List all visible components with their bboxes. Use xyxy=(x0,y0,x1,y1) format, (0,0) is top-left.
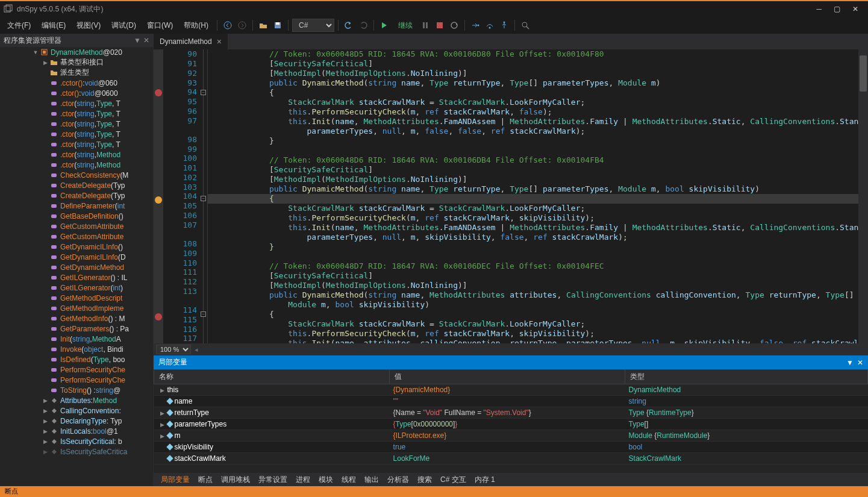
restart-icon[interactable] xyxy=(448,19,461,32)
bottom-tab[interactable]: 进程 xyxy=(292,474,314,486)
tree-item[interactable]: GetMethodInfo() : M xyxy=(0,313,153,324)
tree-item[interactable]: GetDynamicMethod xyxy=(0,262,153,272)
col-type[interactable]: 类型 xyxy=(625,370,868,384)
search-icon[interactable] xyxy=(519,19,532,32)
tree-item[interactable]: GetILGenerator(int) xyxy=(0,283,153,293)
tree-item[interactable]: .ctor(string, Method xyxy=(0,149,153,160)
tree-item[interactable]: GetDynamicILInfo() xyxy=(0,242,153,252)
tab-close-icon[interactable]: × xyxy=(217,37,222,46)
stop-icon[interactable] xyxy=(433,19,446,32)
panel-menu-icon[interactable]: ▼ xyxy=(134,36,141,45)
tree-item[interactable]: GetCustomAttribute xyxy=(0,221,153,231)
step-into-icon[interactable] xyxy=(469,19,482,32)
locals-row[interactable]: ▶this{DynamicMethod}DynamicMethod xyxy=(154,384,868,396)
tree-item[interactable]: GetMethodDescript xyxy=(0,293,153,303)
tree-item[interactable]: ▶Attributes : Method xyxy=(0,395,153,405)
tree-item[interactable]: GetBaseDefinition() xyxy=(0,211,153,221)
locals-table[interactable]: 名称 值 类型 ▶this{DynamicMethod}DynamicMetho… xyxy=(154,369,868,473)
bottom-tab[interactable]: 异常设置 xyxy=(255,474,291,486)
tree-item[interactable]: .ctor(string, Type, T xyxy=(0,108,153,119)
bottom-tab[interactable]: 内存 1 xyxy=(471,474,499,486)
tree-item[interactable]: GetMethodImpleme xyxy=(0,303,153,313)
menu-edit[interactable]: 编辑(E) xyxy=(37,18,70,33)
tree-item[interactable]: CheckConsistency(M xyxy=(0,170,153,180)
tree-item[interactable]: ▼DynamicMethod @020 xyxy=(0,47,153,57)
tree-item[interactable]: Init(string, MethodA xyxy=(0,334,153,344)
tree-item[interactable]: ▶CallingConvention : xyxy=(0,405,153,416)
tree-item[interactable]: .ctor(string, Type, T xyxy=(0,129,153,139)
tree-item[interactable]: ▶基类型和接口 xyxy=(0,57,153,67)
open-icon[interactable] xyxy=(257,19,270,32)
continue-icon[interactable] xyxy=(378,19,391,32)
tree-item[interactable]: GetCustomAttribute xyxy=(0,231,153,242)
tree-item[interactable]: .ctor(string, Type, T xyxy=(0,139,153,149)
col-name[interactable]: 名称 xyxy=(154,370,390,384)
locals-close-icon[interactable]: ✕ xyxy=(857,358,863,367)
bottom-tab[interactable]: 局部变量 xyxy=(157,474,193,486)
menu-view[interactable]: 视图(V) xyxy=(72,18,105,33)
tree[interactable]: ▼DynamicMethod @020▶基类型和接口派生类型.cctor() :… xyxy=(0,47,153,486)
tab-dynamicmethod[interactable]: DynamicMethod × xyxy=(154,34,228,49)
tree-item[interactable]: DefineParameter(int xyxy=(0,201,153,211)
nav-back-icon[interactable] xyxy=(221,19,234,32)
step-out-icon[interactable] xyxy=(498,19,511,32)
tree-item[interactable]: IsDefined(Type, boo xyxy=(0,354,153,364)
bottom-tab[interactable]: C# 交互 xyxy=(437,474,470,486)
tree-item[interactable]: PerformSecurityChe xyxy=(0,375,153,385)
bottom-tab[interactable]: 断点 xyxy=(195,474,216,486)
redo-icon[interactable] xyxy=(357,19,370,32)
max-button[interactable]: ▢ xyxy=(834,5,840,13)
step-over-icon[interactable] xyxy=(483,19,496,32)
tree-item[interactable]: GetDynamicILInfo(D xyxy=(0,252,153,262)
tree-item[interactable]: ▶IsSecuritySafeCritica xyxy=(0,446,153,457)
undo-icon[interactable] xyxy=(342,19,355,32)
locals-row[interactable]: ▶returnType{Name = "Void" FullName = "Sy… xyxy=(154,407,868,419)
menu-debug[interactable]: 调试(D) xyxy=(107,18,141,33)
locals-row[interactable]: stackCrawlMarkLookForMeStackCrawlMark xyxy=(154,453,868,464)
pause-icon[interactable] xyxy=(419,19,432,32)
editor[interactable]: 9091929394959697989910010110210310410510… xyxy=(154,49,868,343)
locals-row[interactable]: name""string xyxy=(154,396,868,407)
tree-item[interactable]: .ctor(string, Type, T xyxy=(0,98,153,108)
zoom-arrow-icon[interactable]: ◂ xyxy=(195,346,198,354)
nav-fwd-icon[interactable] xyxy=(236,19,249,32)
tree-item[interactable]: CreateDelegate(Typ xyxy=(0,190,153,201)
close-button[interactable]: ✕ xyxy=(852,5,858,13)
tree-item[interactable]: .ctor(string, Type, T xyxy=(0,119,153,129)
locals-row[interactable]: ▶parameterTypes{Type[0x00000000]}Type[] xyxy=(154,419,868,430)
menu-window[interactable]: 窗口(W) xyxy=(142,18,178,33)
tree-item[interactable]: CreateDelegate(Typ xyxy=(0,180,153,190)
continue-button[interactable]: 继续 xyxy=(393,18,417,33)
language-select[interactable]: C# xyxy=(292,19,334,32)
bottom-tab[interactable]: 模块 xyxy=(315,474,337,486)
menu-file[interactable]: 文件(F) xyxy=(2,18,36,33)
tree-item[interactable]: GetParameters() : Pa xyxy=(0,324,153,334)
panel-close-icon[interactable]: ✕ xyxy=(143,36,149,45)
bottom-tab[interactable]: 输出 xyxy=(361,474,382,486)
bottom-tab[interactable]: 线程 xyxy=(338,474,360,486)
svg-rect-18 xyxy=(51,92,57,95)
tree-item[interactable]: ▶InitLocals : bool @1 xyxy=(0,426,153,436)
tree-item[interactable]: ▶IsSecurityCritical : b xyxy=(0,436,153,446)
tree-item[interactable]: .ctor(string, Method xyxy=(0,160,153,170)
col-value[interactable]: 值 xyxy=(390,370,625,384)
locals-row[interactable]: skipVisibilitytruebool xyxy=(154,442,868,453)
tree-item[interactable]: ▶DeclaringType : Typ xyxy=(0,416,153,426)
tree-item[interactable]: GetILGenerator() : IL xyxy=(0,272,153,283)
bottom-tab[interactable]: 分析器 xyxy=(384,474,413,486)
zoom-select[interactable]: 100 % xyxy=(156,345,191,354)
tree-item[interactable]: Invoke(object, Bindi xyxy=(0,344,153,354)
bottom-tab[interactable]: 搜索 xyxy=(414,474,436,486)
bottom-tab[interactable]: 调用堆栈 xyxy=(217,474,254,486)
locals-row[interactable]: ▶m{ILProtector.exe}Module {RuntimeModule… xyxy=(154,430,868,442)
save-icon[interactable] xyxy=(271,19,284,32)
menu-help[interactable]: 帮助(H) xyxy=(179,18,213,33)
tree-item[interactable]: .ctor() : void @0600 xyxy=(0,88,153,98)
tree-item[interactable]: .cctor() : void @060 xyxy=(0,78,153,88)
locals-menu-icon[interactable]: ▼ xyxy=(846,358,854,367)
editor-scrollbar[interactable] xyxy=(858,49,868,343)
min-button[interactable]: ─ xyxy=(816,5,822,13)
tree-item[interactable]: ToString() : string @ xyxy=(0,385,153,395)
tree-item[interactable]: PerformSecurityChe xyxy=(0,364,153,375)
tree-item[interactable]: 派生类型 xyxy=(0,67,153,78)
